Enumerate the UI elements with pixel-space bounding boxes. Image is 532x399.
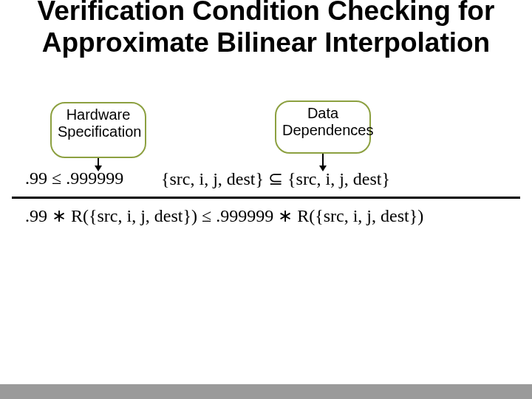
horizontal-divider [12, 197, 520, 199]
inequality-left: .99 ≤ .999999 [25, 168, 123, 188]
slide-title: Verification Condition Checking for Appr… [0, 0, 532, 58]
arrow-down-icon [98, 158, 99, 167]
footer-bar [0, 384, 532, 399]
inequality-right: {src, i, j, dest} ⊆ {src, i, j, dest} [161, 168, 390, 189]
hardware-spec-bubble: Hardware Specification [50, 102, 146, 158]
data-dependences-bubble: Data Dependences [275, 100, 371, 154]
arrow-down-icon [322, 154, 324, 167]
formula-result: .99 ∗ R({src, i, j, dest}) ≤ .999999 ∗ R… [25, 205, 423, 226]
